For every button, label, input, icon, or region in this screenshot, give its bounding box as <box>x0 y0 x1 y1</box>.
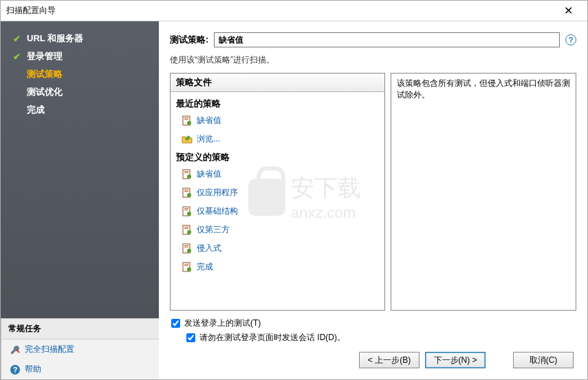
send-login-tests-label: 发送登录上的测试(T) <box>184 317 261 329</box>
tree-item[interactable]: 仅第三方 <box>171 221 384 239</box>
svg-rect-5 <box>184 119 188 120</box>
policy-tree-header: 策略文件 <box>171 74 384 92</box>
tree-item[interactable]: 完成 <box>171 258 384 276</box>
task-link-label: 帮助 <box>25 364 41 375</box>
nav-step-0[interactable]: ✔URL 和服务器 <box>1 30 159 47</box>
tree-item-label: 仅基础结构 <box>197 205 238 217</box>
svg-rect-29 <box>184 265 188 266</box>
close-icon[interactable]: ✕ <box>554 3 582 19</box>
tree-item[interactable]: 仅基础结构 <box>171 202 384 221</box>
tree-item-label: 完成 <box>197 261 213 273</box>
tree-item-label: 缺省值 <box>197 168 221 180</box>
policy-description: 该策略包含所有测试，但侵入式和端口侦听器测试除外。 <box>391 73 576 311</box>
no-session-id-label: 请勿在测试登录页面时发送会话 ID(D)。 <box>199 332 345 344</box>
svg-point-30 <box>187 267 191 271</box>
check-icon: ✔ <box>13 52 23 62</box>
svg-point-6 <box>187 121 191 125</box>
tree-group-header: 预定义的策略 <box>171 148 384 165</box>
svg-rect-8 <box>184 171 188 172</box>
send-login-tests-input[interactable] <box>171 319 180 328</box>
help-icon[interactable]: ? <box>565 34 576 45</box>
tree-item-label: 仅应用程序 <box>197 187 238 199</box>
tree-item[interactable]: 浏览... <box>171 130 384 148</box>
tree-item-label: 浏览... <box>197 133 220 145</box>
window-title: 扫描配置向导 <box>6 5 554 16</box>
svg-rect-24 <box>184 245 188 246</box>
svg-rect-16 <box>184 208 188 209</box>
task-link-0[interactable]: 完全扫描配置 <box>1 339 159 359</box>
svg-rect-28 <box>184 264 188 265</box>
next-button[interactable]: 下一步(N) > <box>425 352 486 368</box>
send-login-tests-checkbox[interactable]: 发送登录上的测试(T) <box>170 316 576 331</box>
svg-point-10 <box>187 175 191 179</box>
svg-rect-12 <box>184 190 188 190</box>
nav-step-label: 完成 <box>27 104 45 116</box>
policy-label: 测试策略: <box>170 34 208 46</box>
svg-point-22 <box>187 230 191 234</box>
no-session-id-checkbox[interactable]: 请勿在测试登录页面时发送会话 ID(D)。 <box>170 331 576 345</box>
check-icon: ✔ <box>13 34 23 44</box>
nav-step-label: 测试策略 <box>27 68 63 80</box>
no-session-id-input[interactable] <box>186 333 195 342</box>
tree-item[interactable]: 侵入式 <box>171 239 384 258</box>
tree-item[interactable]: 仅应用程序 <box>171 183 384 202</box>
common-tasks-header: 常规任务 <box>1 319 159 339</box>
nav-step-3[interactable]: ✔测试优化 <box>1 83 159 101</box>
policy-input[interactable] <box>214 32 560 47</box>
tree-item-label: 侵入式 <box>197 243 221 254</box>
nav-step-2[interactable]: ✔测试策略 <box>1 65 159 83</box>
wizard-sidebar: ✔URL 和服务器✔登录管理✔测试策略✔测试优化✔完成 常规任务 完全扫描配置?… <box>1 21 159 379</box>
nav-step-label: 登录管理 <box>27 50 63 63</box>
svg-point-26 <box>187 249 191 253</box>
policy-hint: 使用该“测试策略”进行扫描。 <box>170 54 576 66</box>
svg-rect-21 <box>184 228 188 229</box>
cancel-button[interactable]: 取消(C) <box>513 352 574 368</box>
svg-point-18 <box>187 212 191 216</box>
svg-point-14 <box>187 193 191 197</box>
nav-step-label: 测试优化 <box>27 86 63 98</box>
nav-step-1[interactable]: ✔登录管理 <box>1 47 159 65</box>
nav-step-label: URL 和服务器 <box>27 32 83 45</box>
common-tasks-panel: 常规任务 完全扫描配置?帮助 <box>1 318 159 379</box>
svg-text:?: ? <box>13 366 18 374</box>
tree-item[interactable]: 缺省值 <box>171 165 384 183</box>
svg-rect-17 <box>184 210 188 210</box>
nav-step-4[interactable]: ✔完成 <box>1 101 159 119</box>
tree-item[interactable]: 缺省值 <box>171 111 384 130</box>
task-link-label: 完全扫描配置 <box>25 344 74 355</box>
policy-tree: 策略文件 最近的策略缺省值浏览...预定义的策略缺省值仅应用程序仅基础结构仅第三… <box>170 73 385 311</box>
svg-rect-25 <box>184 247 188 247</box>
task-link-1[interactable]: ?帮助 <box>1 359 159 379</box>
tree-item-label: 缺省值 <box>197 115 221 126</box>
svg-rect-20 <box>184 227 188 227</box>
tree-group-header: 最近的策略 <box>171 95 384 111</box>
policy-tree-body[interactable]: 最近的策略缺省值浏览...预定义的策略缺省值仅应用程序仅基础结构仅第三方侵入式完… <box>171 92 384 310</box>
svg-rect-9 <box>184 172 188 173</box>
svg-rect-13 <box>184 191 188 192</box>
back-button[interactable]: < 上一步(B) <box>359 352 420 368</box>
tree-item-label: 仅第三方 <box>197 224 230 236</box>
svg-rect-4 <box>184 118 188 118</box>
